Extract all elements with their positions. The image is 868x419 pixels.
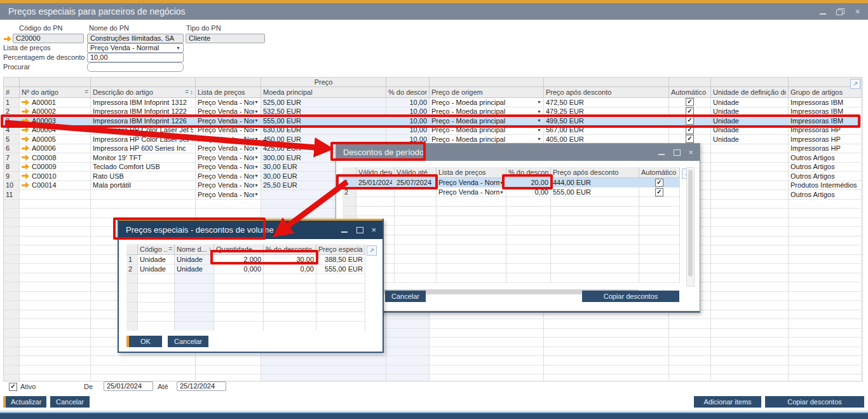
link-arrow-icon[interactable]: [4, 36, 11, 42]
table-row[interactable]: [126, 312, 365, 322]
link-arrow-icon[interactable]: [22, 155, 29, 161]
table-row[interactable]: [342, 216, 680, 226]
close-icon[interactable]: ×: [853, 8, 862, 15]
link-arrow-icon[interactable]: [22, 108, 29, 114]
row-number-header[interactable]: [126, 244, 138, 255]
dropdown-caret-icon[interactable]: ▼: [537, 137, 541, 141]
valid-from-header[interactable]: Válido desde: [356, 167, 395, 178]
price-after-discount-header[interactable]: Preço após desconto: [544, 87, 669, 98]
item-number-cell[interactable]: A00002: [20, 107, 91, 117]
filter-icon[interactable]: =: [85, 87, 88, 97]
automatic-cell[interactable]: ✓: [669, 107, 711, 117]
price-list-cell[interactable]: Preço Venda - Normal▼: [196, 98, 261, 107]
link-arrow-icon[interactable]: [22, 173, 29, 179]
dropdown-caret-icon[interactable]: ▼: [537, 109, 541, 114]
update-button[interactable]: Actualizar: [3, 396, 46, 408]
table-row[interactable]: [342, 235, 680, 245]
maximize-icon[interactable]: [356, 227, 363, 233]
source-price-cell[interactable]: Preço - Moeda principal▼: [430, 116, 544, 126]
close-icon[interactable]: ×: [688, 148, 693, 157]
row-number-header[interactable]: [342, 167, 356, 178]
expand-grid-icon[interactable]: ↗: [850, 79, 860, 89]
table-row[interactable]: [4, 356, 862, 366]
table-row[interactable]: 1A00001Impressora IBM Infoprint 1312Preç…: [4, 98, 862, 107]
item-description-header[interactable]: Descrição do artigo=↕: [91, 87, 196, 98]
special-price-header[interactable]: Preço especial: [316, 244, 365, 255]
automatic-header[interactable]: Automático: [639, 167, 680, 178]
price-list-cell[interactable]: Preço Venda - Normal▼: [196, 163, 261, 172]
table-row[interactable]: [126, 303, 365, 312]
table-row[interactable]: [342, 226, 680, 235]
link-arrow-icon[interactable]: [22, 136, 29, 142]
name-unit-header[interactable]: Nome d...↕: [175, 244, 214, 255]
checkbox[interactable]: ✓: [655, 188, 663, 196]
dropdown-caret-icon[interactable]: ▼: [537, 128, 541, 132]
dropdown-caret-icon[interactable]: ▼: [499, 181, 504, 185]
valid-to-header[interactable]: Válido até: [395, 167, 437, 178]
quantity-header[interactable]: Quantidade: [214, 244, 264, 255]
automatic-cell[interactable]: ✓: [669, 98, 711, 107]
copy-discounts-button[interactable]: Copiar descontos: [765, 396, 864, 408]
vertical-scrollbar[interactable]: [686, 167, 695, 287]
main-currency-header[interactable]: Moeda principal: [261, 87, 386, 98]
item-number-cell[interactable]: A00006: [20, 144, 91, 154]
dropdown-caret-icon[interactable]: ▼: [254, 192, 259, 196]
checkbox[interactable]: ✓: [686, 126, 694, 134]
dropdown-caret-icon[interactable]: ▼: [254, 146, 259, 151]
discount-pct-header[interactable]: % do desconto: [506, 167, 551, 178]
source-price-cell[interactable]: Preço - Moeda principal▼: [430, 98, 544, 107]
price-list-cell[interactable]: Preço Venda - Normal▼: [437, 178, 506, 188]
item-number-cell[interactable]: C00009: [20, 163, 91, 172]
table-row[interactable]: 2Preço Venda - Normal▼0,00555,00 EUR✓: [342, 188, 680, 197]
minimize-icon[interactable]: [819, 8, 827, 15]
source-price-cell[interactable]: Preço - Moeda principal▼: [430, 126, 544, 135]
price-definition-unit-header[interactable]: Unidade de definição do preço: [711, 87, 789, 98]
automatic-cell[interactable]: ✓: [669, 116, 711, 126]
dropdown-caret-icon[interactable]: ▼: [254, 137, 259, 141]
table-row[interactable]: 2UnidadeUnidade0,0000,00555,00 EUR: [126, 264, 365, 274]
table-row[interactable]: 1UnidadeUnidade2,00030,00388,50 EUR: [126, 255, 365, 264]
filter-icon[interactable]: =: [168, 244, 172, 254]
automatic-cell[interactable]: ✓: [639, 188, 680, 197]
dropdown-caret-icon[interactable]: ▼: [254, 109, 259, 114]
discount-pct-header[interactable]: % do desconto: [264, 244, 316, 255]
dropdown-caret-icon[interactable]: ▼: [537, 118, 541, 123]
price-list-cell[interactable]: Preço Venda - Normal▼: [196, 181, 261, 191]
cancel-button[interactable]: Cancelar: [50, 396, 90, 408]
price-after-discount-header[interactable]: Preço após desconto: [551, 167, 639, 178]
code-unit-header[interactable]: Código ...=: [138, 244, 175, 255]
price-list-cell[interactable]: Preço Venda - Normal▼: [196, 172, 261, 181]
price-list-cell[interactable]: Preço Venda - Normal▼: [196, 135, 261, 144]
minimize-icon[interactable]: [658, 149, 666, 156]
table-row[interactable]: [126, 284, 365, 293]
price-list-cell[interactable]: Preço Venda - Normal▼: [196, 144, 261, 154]
checkbox[interactable]: ✓: [655, 179, 663, 187]
dropdown-caret-icon[interactable]: ▼: [254, 183, 259, 188]
restore-icon[interactable]: [836, 8, 844, 15]
sort-icon[interactable]: ↕: [208, 244, 212, 254]
dropdown-caret-icon[interactable]: ▼: [254, 128, 259, 132]
item-number-cell[interactable]: C00008: [20, 153, 91, 163]
price-list-cell[interactable]: Preço Venda - Normal▼: [196, 190, 261, 200]
bp-type-field[interactable]: Cliente: [186, 34, 265, 43]
table-row[interactable]: 125/01/202425/07/2024Preço Venda - Norma…: [342, 178, 680, 188]
checkbox[interactable]: ✓: [686, 116, 694, 125]
item-number-cell[interactable]: A00005: [20, 135, 91, 144]
automatic-header[interactable]: Automático: [669, 87, 711, 98]
automatic-cell[interactable]: ✓: [669, 126, 711, 135]
minimize-icon[interactable]: [341, 226, 349, 233]
table-row[interactable]: [126, 274, 365, 284]
period-cancel-button[interactable]: Cancelar: [385, 291, 426, 302]
table-row[interactable]: [342, 207, 680, 216]
source-price-cell[interactable]: Preço - Moeda principal▼: [430, 107, 544, 117]
dropdown-caret-icon[interactable]: ▼: [499, 190, 504, 195]
dropdown-caret-icon[interactable]: ▼: [254, 155, 259, 160]
price-list-header[interactable]: Lista de preços: [196, 87, 261, 98]
discount-pct-field[interactable]: 10,00: [87, 53, 184, 62]
price-list-cell[interactable]: Preço Venda - Normal▼: [196, 153, 261, 163]
link-arrow-icon[interactable]: [22, 182, 29, 188]
table-row[interactable]: [4, 374, 862, 381]
table-row[interactable]: [342, 197, 680, 207]
sort-icon[interactable]: ↕: [190, 87, 193, 97]
checkbox[interactable]: ✓: [686, 107, 694, 116]
